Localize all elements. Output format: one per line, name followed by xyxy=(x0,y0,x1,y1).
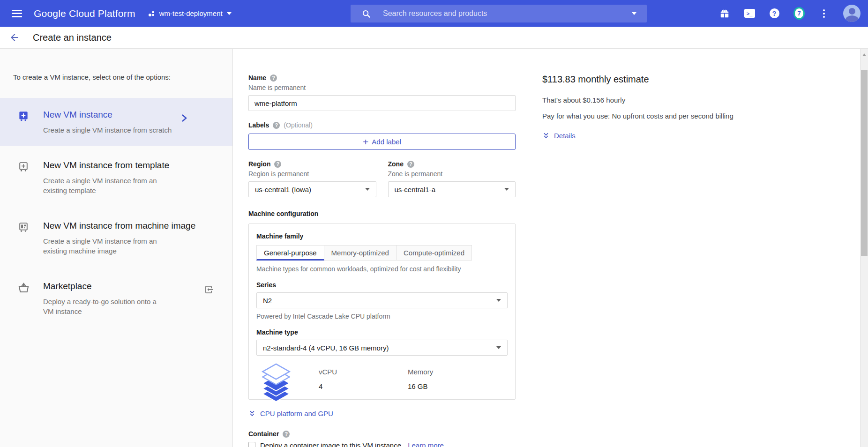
gift-icon[interactable] xyxy=(719,8,730,19)
help-circle-icon[interactable] xyxy=(283,431,290,438)
zone-label: Zone xyxy=(388,160,404,168)
cpu-platform-gpu-link[interactable]: CPU platform and GPU xyxy=(248,410,516,417)
search-icon xyxy=(362,9,371,18)
project-selector-icon xyxy=(148,10,155,17)
name-sublabel: Name is permanent xyxy=(248,84,516,91)
machine-family-tabs: General-purpose Memory-optimized Compute… xyxy=(256,245,508,261)
hamburger-icon[interactable] xyxy=(12,10,22,17)
billing-note-text: Pay for what you use: No upfront costs a… xyxy=(542,112,763,120)
project-selector[interactable]: wm-test-deployment xyxy=(148,9,232,17)
top-nav-bar: Google Cloud Platform wm-test-deployment… xyxy=(0,0,868,27)
option-description: Create a single VM instance from an exis… xyxy=(43,176,166,195)
vcpu-value: 4 xyxy=(319,382,380,390)
monthly-estimate-title: $113.83 monthly estimate xyxy=(542,74,763,85)
machine-configuration-title: Machine configuration xyxy=(248,210,516,217)
vm-template-icon xyxy=(17,159,43,195)
name-label: Name xyxy=(248,74,266,82)
add-icon: + xyxy=(363,138,368,146)
marketplace-icon xyxy=(17,280,43,316)
hourly-estimate-text: That's about $0.156 hourly xyxy=(542,96,763,104)
project-caret-icon xyxy=(227,12,232,15)
deploy-container-checkbox[interactable] xyxy=(248,442,255,447)
series-label: Series xyxy=(256,281,508,289)
option-description: Create a single VM instance from an exis… xyxy=(43,236,166,256)
search-bar[interactable]: Search resources and products xyxy=(351,5,647,22)
region-label: Region xyxy=(248,160,270,168)
machine-type-label: Machine type xyxy=(256,328,508,336)
sidebar-item-new-vm-from-machine-image[interactable]: New VM instance from machine image Creat… xyxy=(0,209,232,267)
layers-icon xyxy=(262,363,291,402)
series-select[interactable]: N2 xyxy=(256,292,508,308)
labels-label: Labels xyxy=(248,121,269,129)
memory-value: 16 GB xyxy=(408,382,469,390)
help-icon[interactable]: ? xyxy=(769,8,780,19)
topbar-actions: >_ ? 7 xyxy=(719,0,861,27)
dropdown-caret-icon xyxy=(504,188,509,191)
cost-estimate-panel: $113.83 monthly estimate That's about $0… xyxy=(542,74,763,447)
instance-form: Name Name is permanent Labels (Optional)… xyxy=(248,74,516,447)
machine-family-description: Machine types for common workloads, opti… xyxy=(256,265,508,273)
back-arrow-icon[interactable] xyxy=(9,32,20,43)
option-description: Deploy a ready-to-go solution onto a VM … xyxy=(43,297,166,316)
machine-image-icon xyxy=(17,220,43,256)
container-label: Container xyxy=(248,430,279,438)
option-title: Marketplace xyxy=(43,280,166,292)
dropdown-caret-icon xyxy=(496,299,501,302)
main-content: Name Name is permanent Labels (Optional)… xyxy=(233,49,860,447)
memory-label: Memory xyxy=(408,368,469,376)
container-checkbox-text: Deploy a container image to this VM inst… xyxy=(260,441,403,447)
machine-type-select[interactable]: n2-standard-4 (4 vCPU, 16 GB memory) xyxy=(256,340,508,356)
sidebar-item-marketplace[interactable]: Marketplace Deploy a ready-to-go solutio… xyxy=(0,269,232,327)
more-vert-icon[interactable] xyxy=(818,8,830,19)
sidebar-item-new-vm-from-template[interactable]: New VM instance from template Create a s… xyxy=(0,149,232,206)
option-description: Create a single VM instance from scratch xyxy=(43,125,172,135)
expand-details-icon xyxy=(542,132,550,140)
series-help-text: Powered by Intel Cascade Lake CPU platfo… xyxy=(256,313,508,320)
scrollbar-up-icon[interactable] xyxy=(862,53,866,56)
option-title: New VM instance xyxy=(43,109,172,120)
create-options-sidebar: To create a VM instance, select one of t… xyxy=(0,49,233,447)
google-cloud-platform-logo[interactable]: Google Cloud Platform xyxy=(34,8,135,19)
tab-compute-optimized[interactable]: Compute-optimized xyxy=(396,245,472,261)
machine-configuration-card: Machine family General-purpose Memory-op… xyxy=(248,224,516,400)
sidebar-item-new-vm-instance[interactable]: New VM instance Create a single VM insta… xyxy=(0,98,232,146)
notifications-badge[interactable]: 7 xyxy=(793,8,805,19)
cloud-shell-icon[interactable]: >_ xyxy=(744,8,755,19)
zone-select[interactable]: us-central1-a xyxy=(388,181,516,197)
search-caret-icon[interactable] xyxy=(632,12,636,15)
machine-specs: vCPU 4 Memory 16 GB xyxy=(256,356,508,402)
name-input[interactable] xyxy=(248,95,516,111)
vm-instance-icon xyxy=(17,109,43,135)
labels-optional: (Optional) xyxy=(284,121,312,129)
dropdown-caret-icon xyxy=(365,188,370,191)
avatar[interactable] xyxy=(843,5,861,22)
scrollbar-thumb[interactable] xyxy=(861,70,868,256)
help-circle-icon[interactable] xyxy=(407,161,414,168)
region-sublabel: Region is permanent xyxy=(248,170,376,178)
page-title: Create an instance xyxy=(33,32,112,43)
search-input[interactable]: Search resources and products xyxy=(383,9,487,18)
help-circle-icon[interactable] xyxy=(274,161,281,168)
help-circle-icon[interactable] xyxy=(273,122,280,129)
details-link[interactable]: Details xyxy=(542,132,763,140)
project-name: wm-test-deployment xyxy=(159,9,223,17)
region-select[interactable]: us-central1 (Iowa) xyxy=(248,181,376,197)
chevron-right-icon xyxy=(181,113,187,125)
external-link-icon xyxy=(203,284,214,297)
learn-more-link[interactable]: Learn more xyxy=(408,441,444,447)
option-title: New VM instance from machine image xyxy=(43,220,195,231)
tab-memory-optimized[interactable]: Memory-optimized xyxy=(324,245,397,261)
page-header: Create an instance xyxy=(0,27,868,49)
vcpu-label: vCPU xyxy=(319,368,380,376)
machine-family-label: Machine family xyxy=(256,232,508,240)
help-circle-icon[interactable] xyxy=(270,74,277,82)
vertical-scrollbar[interactable] xyxy=(860,49,868,447)
add-label-button[interactable]: + Add label xyxy=(248,134,516,150)
sidebar-intro-text: To create a VM instance, select one of t… xyxy=(0,49,232,81)
expand-details-icon xyxy=(248,410,256,417)
option-title: New VM instance from template xyxy=(43,159,169,171)
create-instance-page: Google Cloud Platform wm-test-deployment… xyxy=(0,0,868,447)
zone-sublabel: Zone is permanent xyxy=(388,170,516,178)
tab-general-purpose[interactable]: General-purpose xyxy=(256,245,324,261)
dropdown-caret-icon xyxy=(496,346,501,349)
